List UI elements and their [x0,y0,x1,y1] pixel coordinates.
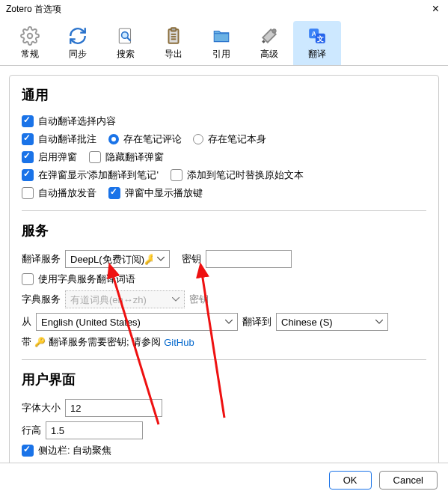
gear-icon [19,25,40,46]
sidebar-autofocus-checkbox[interactable] [22,445,34,457]
label: 侧边栏: 自动聚焦 [38,444,111,457]
use-dict-checkbox[interactable] [22,273,34,285]
store-body-radio[interactable] [193,134,203,144]
line-height-input[interactable] [46,421,143,439]
section-ui-heading: 用户界面 [22,371,426,388]
label: 添加到笔记时替换原始文本 [187,168,304,182]
font-size-label: 字体大小 [22,401,61,415]
close-icon[interactable]: × [429,2,442,16]
label: 自动翻译批注 [38,132,96,146]
tab-label: 搜索 [117,48,135,61]
show-add-to-note-checkbox[interactable] [22,169,34,181]
section-general-heading: 通用 [22,86,426,104]
label: 存在笔记本身 [208,132,266,146]
svg-point-9 [272,29,275,32]
search-icon [115,25,136,46]
tab-translate[interactable]: A文 翻译 [293,21,341,65]
replace-on-add-checkbox[interactable] [171,169,182,181]
key-icon: 🔑 [34,337,46,347]
footer: OK Cancel [0,463,448,497]
tools-icon [259,25,280,46]
tab-export[interactable]: 导出 [150,21,197,65]
auto-play-checkbox[interactable] [22,187,34,199]
hide-popup-checkbox[interactable] [89,151,101,163]
tab-label: 高级 [260,48,278,61]
label: 自动翻译选择内容 [38,115,116,128]
hint-text: 带 [22,335,31,349]
panel-content: 通用 自动翻译选择内容 自动翻译批注 存在笔记评论 存在笔记本身 启用弹窗 隐藏… [9,75,439,476]
from-label: 从 [22,315,31,329]
to-label: 翻译到 [242,315,271,329]
label: 存在笔记评论 [123,132,182,146]
label: 隐藏翻译弹窗 [105,150,164,164]
window-title: Zotero 首选项 [6,3,61,16]
to-language-select[interactable]: Chinese (S) [276,313,388,331]
secret-hint: 带 🔑 翻译服务需要密钥; 请参阅 GitHub [22,335,426,349]
translate-icon: A文 [307,25,328,46]
tab-cite[interactable]: 引用 [197,21,245,65]
tab-label: 翻译 [308,48,326,61]
label: 自动播放发音 [38,186,96,200]
store-comment-radio[interactable] [108,134,119,144]
tab-label: 引用 [212,48,230,61]
tab-label: 常规 [21,48,39,61]
secret-label: 密钥 [182,252,201,266]
panel-scroll: 通用 自动翻译选择内容 自动翻译批注 存在笔记评论 存在笔记本身 启用弹窗 隐藏… [0,66,448,485]
svg-rect-5 [171,28,177,31]
divider [22,210,426,211]
enable-popup-checkbox[interactable] [22,151,34,163]
tab-label: 同步 [69,48,87,61]
translate-service-label: 翻译服务 [22,252,61,266]
clipboard-icon [163,25,184,46]
sync-icon [67,25,88,46]
divider [22,359,426,360]
line-height-label: 行高 [22,424,41,437]
svg-point-2 [122,32,129,39]
dict-service-label: 字典服务 [22,293,61,306]
font-size-input[interactable] [65,399,162,417]
label: 在弹窗显示'添加翻译到笔记' [38,168,159,182]
auto-translate-annotation-checkbox[interactable] [22,133,34,145]
dict-secret-label: 密钥 [189,293,209,306]
tab-advanced[interactable]: 高级 [245,21,293,65]
svg-point-0 [28,34,33,39]
auto-translate-selection-checkbox[interactable] [22,115,34,127]
cancel-button[interactable]: Cancel [379,471,438,490]
hint-text: 翻译服务需要密钥; 请参阅 [49,335,161,349]
label: 使用字典服务翻译词语 [38,272,135,286]
tab-general[interactable]: 常规 [6,21,54,65]
translate-service-select[interactable]: DeepL(免费订阅)🔑 [65,250,170,268]
tab-toolbar: 常规 同步 搜索 导出 引用 高级 A文 翻译 [0,18,448,66]
label: 启用弹窗 [38,150,77,164]
from-language-select[interactable]: English (United States) [36,313,238,331]
secret-input[interactable] [206,250,292,268]
section-service-heading: 服务 [22,222,426,240]
tab-sync[interactable]: 同步 [54,21,102,65]
show-play-button-checkbox[interactable] [108,187,120,199]
ok-button[interactable]: OK [329,471,372,490]
dict-service-select: 有道词典(en↔zh) [65,290,185,308]
github-link[interactable]: GitHub [164,337,194,348]
tab-search[interactable]: 搜索 [102,21,150,65]
svg-text:文: 文 [316,35,324,43]
tab-label: 导出 [165,48,182,61]
folder-icon [211,25,232,46]
titlebar: Zotero 首选项 × [0,0,448,18]
label: 弹窗中显示播放键 [125,186,203,200]
